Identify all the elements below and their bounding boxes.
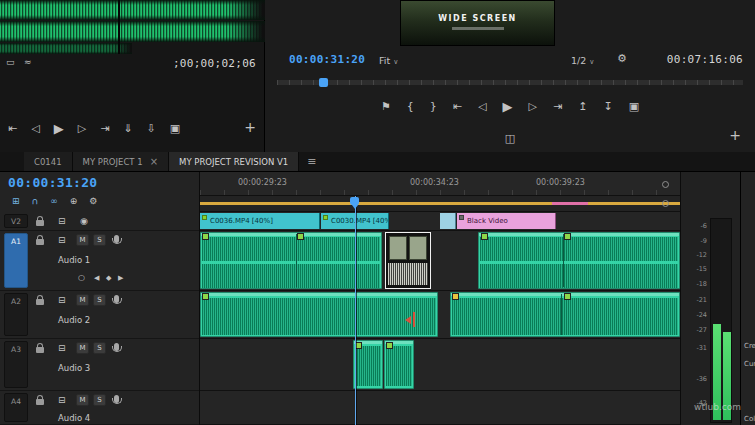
lift-icon[interactable]: ↥ — [578, 101, 587, 112]
zoom-dropdown[interactable]: 1/2∨ — [571, 55, 594, 66]
timeline-settings-wrench-icon[interactable]: ⚙ — [89, 197, 97, 206]
mark-in-icon[interactable]: { — [407, 101, 414, 112]
go-to-out-icon[interactable]: ⇥ — [100, 123, 109, 134]
work-area-bar[interactable] — [200, 202, 680, 205]
mark-out-icon[interactable]: } — [430, 101, 437, 112]
step-forward-icon[interactable]: ▷ — [529, 101, 537, 112]
program-button-editor-plus[interactable]: + — [729, 128, 741, 142]
lock-icon[interactable] — [36, 220, 44, 226]
solo-button[interactable]: S — [93, 342, 106, 354]
overwrite-icon[interactable]: ⇩ — [147, 123, 156, 134]
track-lane-a2 — [200, 291, 680, 339]
lock-icon[interactable] — [36, 399, 44, 405]
panel-menu-icon[interactable]: ≡ — [307, 155, 316, 168]
linked-selection-icon[interactable]: ∞ — [50, 197, 58, 206]
sync-lock-icon[interactable]: ⊟ — [58, 217, 66, 226]
tab-label: MY PROJECT REVISION V1 — [179, 157, 288, 167]
solo-button[interactable]: S — [93, 394, 106, 406]
playhead-marker[interactable] — [350, 197, 359, 205]
program-playhead-handle[interactable] — [319, 78, 328, 87]
mute-button[interactable]: M — [76, 342, 89, 354]
keyframe-next-icon[interactable]: ▶ — [118, 275, 123, 282]
source-button-editor-plus[interactable]: + — [244, 120, 256, 134]
scrubber-track[interactable] — [277, 80, 743, 85]
snap-icon[interactable]: ∩ — [32, 197, 39, 206]
extract-icon[interactable]: ↧ — [603, 101, 612, 112]
close-icon[interactable]: × — [150, 156, 158, 167]
mic-icon[interactable] — [114, 235, 119, 243]
add-marker-icon[interactable]: ⊕ — [70, 197, 78, 206]
go-to-out-icon[interactable]: ⇥ — [553, 101, 562, 112]
timeline-tracks-area: 00:00:29:23 00:00:34:23 00:00:39:23 C003… — [200, 172, 680, 425]
nest-toggle-icon[interactable]: ⊞ — [12, 197, 20, 206]
solo-button[interactable]: S — [93, 234, 106, 246]
dragged-clip[interactable] — [385, 232, 431, 289]
keyframe-prev-icon[interactable]: ◀ — [94, 275, 99, 282]
tab-c0141[interactable]: C0141 — [24, 152, 73, 171]
video-clip[interactable]: C0036.MP4 [40%] — [200, 213, 320, 229]
solo-button[interactable]: S — [93, 294, 106, 306]
scroll-handle[interactable] — [662, 181, 669, 188]
work-area-bar-segment[interactable] — [552, 202, 588, 205]
time-ruler[interactable]: 00:00:29:23 00:00:34:23 00:00:39:23 — [200, 172, 680, 196]
track-output-eye-icon[interactable]: ◉ — [80, 217, 88, 226]
fit-dropdown[interactable]: Fit∨ — [379, 55, 398, 66]
fx-badge-icon — [459, 215, 464, 220]
play-icon[interactable]: ▶ — [503, 100, 513, 113]
lock-icon[interactable] — [36, 239, 44, 245]
program-timecode: 00:00:31:20 — [289, 53, 365, 66]
track-select-a2[interactable]: A2 — [4, 293, 28, 336]
program-scrubber[interactable] — [277, 76, 743, 88]
panel-section-label[interactable]: Col — [744, 415, 755, 423]
tab-my-project-revision-v1[interactable]: MY PROJECT REVISION V1 — [169, 152, 299, 171]
audio-clip[interactable] — [478, 232, 680, 289]
add-marker-icon[interactable]: ⚑ — [381, 101, 391, 112]
video-clip-fragment[interactable] — [440, 213, 456, 229]
panel-section-label[interactable]: Cur — [744, 360, 755, 368]
tab-my-project-1[interactable]: MY PROJECT 1 × — [73, 152, 169, 171]
lock-icon[interactable] — [36, 347, 44, 353]
drag-audio-icon[interactable]: ≈ — [24, 58, 32, 67]
track-select-a4[interactable]: A4 — [4, 393, 28, 422]
sync-lock-icon[interactable]: ⊟ — [58, 344, 66, 353]
step-forward-icon[interactable]: ▷ — [78, 123, 86, 134]
track-name: Audio 2 — [58, 315, 90, 325]
sync-lock-icon[interactable]: ⊟ — [58, 236, 66, 245]
audio-clip[interactable] — [200, 292, 438, 337]
sync-lock-icon[interactable]: ⊟ — [58, 396, 66, 405]
mic-icon[interactable] — [114, 343, 119, 351]
sync-lock-icon[interactable]: ⊟ — [58, 296, 66, 305]
audio-meters-panel: -6 -9 -12 -15 -18 -21 -24 -27 -31 -36 -4… — [680, 172, 740, 425]
timeline-timecode[interactable]: 00:00:31:20 — [8, 175, 97, 190]
keyframe-pen-icon[interactable]: ○ — [78, 274, 85, 282]
mute-button[interactable]: M — [76, 294, 89, 306]
track-select-a1[interactable]: A1 — [4, 233, 28, 288]
playhead[interactable] — [355, 196, 356, 425]
mute-button[interactable]: M — [76, 234, 89, 246]
drag-video-icon[interactable]: ▭ — [6, 58, 15, 67]
scroll-handle[interactable] — [662, 200, 669, 207]
timeline-overview-bar[interactable] — [200, 196, 680, 212]
mute-button[interactable]: M — [76, 394, 89, 406]
panel-section-label[interactable]: Cre — [744, 342, 755, 350]
trim-cursor — [405, 312, 415, 328]
step-back-icon[interactable]: ◁ — [478, 101, 486, 112]
insert-icon[interactable]: ⇓ — [123, 123, 132, 134]
clip-label: Black Video — [467, 217, 508, 225]
source-playhead-gap — [118, 0, 120, 54]
track-select-v2[interactable]: V2 — [4, 214, 28, 228]
export-frame-icon[interactable]: ▣ — [170, 123, 180, 134]
go-to-in-icon[interactable]: ⇤ — [8, 123, 17, 134]
comparison-view-icon[interactable]: ◫ — [505, 133, 515, 144]
play-icon[interactable]: ▶ — [54, 122, 64, 135]
mic-icon[interactable] — [114, 295, 119, 303]
export-frame-icon[interactable]: ▣ — [629, 101, 639, 112]
program-settings-wrench-icon[interactable]: ⚙ — [617, 53, 627, 64]
lock-icon[interactable] — [36, 299, 44, 305]
track-select-a3[interactable]: A3 — [4, 341, 28, 388]
go-to-in-icon[interactable]: ⇤ — [453, 101, 462, 112]
mic-icon[interactable] — [114, 395, 119, 403]
keyframe-add-icon[interactable]: ◆ — [106, 275, 111, 282]
step-back-icon[interactable]: ◁ — [31, 123, 39, 134]
black-video-clip[interactable]: Black Video — [457, 213, 556, 229]
